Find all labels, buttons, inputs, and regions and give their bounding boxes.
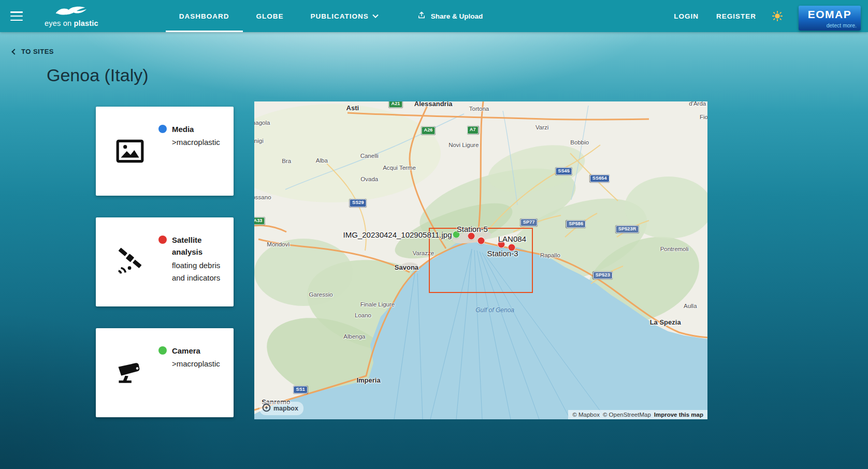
legend-dot (158, 346, 167, 355)
breadcrumb-label: TO SITES (21, 48, 54, 55)
card-title: Satellite analysis (158, 234, 227, 258)
tab-label: PUBLICATIONS (311, 12, 369, 20)
map-place-label: Albenga (343, 333, 365, 340)
road-shield-ss45: SS45 (555, 167, 572, 175)
card-subtitle: >macroplastic (172, 358, 227, 370)
road-shield-ss1: SS1 (293, 386, 308, 393)
map-place-label: Finale Ligure (360, 301, 395, 307)
mapbox-logo[interactable]: mapbox (259, 402, 303, 415)
map-edge-label: nagola (254, 120, 270, 126)
card-camera[interactable]: Camera>macroplastic (96, 328, 234, 417)
theme-sun-icon[interactable] (772, 10, 783, 22)
card-title-label: Satellite analysis (172, 234, 227, 258)
camera-icon (102, 336, 158, 409)
map-edge-label: d'Arda (689, 101, 706, 107)
road-shield-ss29: SS29 (350, 199, 367, 207)
osm-attribution-link[interactable]: © OpenStreetMap (603, 412, 651, 418)
eomap-logo[interactable]: EOMAP detect more. (799, 6, 861, 30)
map-place-label: Pontremoli (660, 246, 689, 252)
map-place-label: Canelli (360, 153, 379, 159)
mapbox-logo-icon (262, 403, 271, 414)
card-title-label: Camera (172, 345, 200, 357)
mapbox-attribution-link[interactable]: © Mapbox (572, 412, 600, 418)
card-media[interactable]: Media>macroplastic (96, 107, 234, 196)
tab-label: DASHBOARD (179, 12, 229, 20)
map-place-label: Novi Ligure (449, 142, 479, 148)
card-text: Camera>macroplastic (158, 336, 227, 409)
menu-icon[interactable] (10, 11, 23, 21)
chevron-left-icon (11, 49, 17, 54)
map-place-label: Mondovì (267, 241, 290, 247)
map-place-label: Aulla (684, 303, 697, 309)
road-shield-a33: A33 (254, 217, 265, 225)
tab-label: GLOBE (256, 12, 284, 20)
map-place-label: Garessio (309, 291, 333, 298)
map[interactable]: AstiAlessandriaTortonaVarziNovi LigureBo… (254, 101, 707, 419)
card-text: Media>macroplastic (158, 115, 227, 187)
share-upload-button[interactable]: Share & Upload (417, 11, 483, 22)
tab-dashboard[interactable]: DASHBOARD (166, 0, 243, 32)
card-subtitle: floating debris and indicators (172, 259, 227, 284)
map-place-label: Tortona (469, 106, 489, 112)
map-place-label: Rapallo (540, 252, 560, 258)
map-place-label: Varzi (536, 124, 548, 130)
map-place-label: Bobbio (570, 139, 589, 145)
marker-label: IMG_20230424_102905811.jpg (343, 230, 452, 239)
card-title: Media (158, 123, 227, 135)
map-edge-label: nigi (254, 138, 264, 144)
navbar-right: LOGINREGISTER EOMAP detect more. (674, 2, 861, 30)
road-shield-sp523r: SP523R (616, 225, 639, 233)
map-attribution: © Mapbox © OpenStreetMap Improve this ma… (568, 410, 707, 419)
link-register[interactable]: REGISTER (716, 12, 756, 20)
map-place-label: Savona (395, 263, 418, 271)
brand-logo[interactable]: eyes on plastic (45, 5, 98, 27)
road-shield-a21: A21 (388, 101, 402, 108)
map-edge-label: Fio (700, 114, 707, 120)
eomap-logo-text: EOMAP (803, 8, 857, 20)
nav-tabs: DASHBOARDGLOBEPUBLICATIONS (166, 0, 392, 32)
map-edge-label: ossano (254, 194, 271, 200)
road-shield-sp77: SP77 (520, 218, 538, 226)
satellite-icon (102, 226, 158, 298)
chevron-down-icon (372, 14, 379, 18)
legend-cards: Media>macroplasticSatellite analysisfloa… (96, 107, 234, 439)
map-place-label: Bra (282, 158, 291, 164)
marker-label: Station-3 (487, 248, 518, 257)
image-icon (102, 115, 158, 187)
link-login[interactable]: LOGIN (674, 12, 699, 20)
tab-publications[interactable]: PUBLICATIONS (297, 0, 392, 32)
road-shield-sp586: SP586 (566, 220, 586, 228)
marker-label: Station-5 (457, 224, 488, 233)
eomap-logo-tagline: detect more. (803, 22, 857, 28)
share-upload-label: Share & Upload (431, 12, 483, 20)
card-title-label: Media (172, 123, 194, 135)
back-to-sites-link[interactable]: TO SITES (12, 48, 54, 55)
water-label: Gulf of Genoa (475, 306, 514, 314)
satellite-marker[interactable] (478, 237, 485, 244)
upload-icon (417, 11, 426, 22)
legend-dot (158, 125, 167, 133)
card-satellite-analysis[interactable]: Satellite analysisfloating debris and in… (96, 217, 234, 306)
swallow-icon (54, 5, 89, 19)
marker-label: LAN084 (498, 234, 526, 243)
map-place-label: Acqui Terme (383, 165, 416, 171)
road-shield-sp523: SP523 (593, 271, 613, 279)
tab-globe[interactable]: GLOBE (243, 0, 297, 32)
map-place-label: Asti (346, 104, 359, 111)
brand-text: eyes on plastic (45, 19, 98, 27)
road-shield-a26: A26 (421, 127, 435, 135)
map-place-label: La Spezia (650, 318, 681, 326)
card-title: Camera (158, 345, 227, 357)
improve-map-link[interactable]: Improve this map (654, 412, 703, 418)
satellite-marker[interactable] (468, 232, 475, 239)
card-text: Satellite analysisfloating debris and in… (158, 226, 227, 298)
page-title: Genoa (Italy) (47, 65, 149, 85)
map-place-label: Alba (316, 157, 328, 164)
map-place-label: Alessandria (414, 101, 453, 108)
mapbox-logo-text: mapbox (273, 405, 298, 412)
card-subtitle: >macroplastic (172, 136, 227, 149)
legend-dot (158, 236, 167, 244)
auth-links: LOGINREGISTER (674, 12, 756, 20)
road-shield-ss654: SS654 (590, 175, 610, 183)
navbar: eyes on plastic DASHBOARDGLOBEPUBLICATIO… (0, 0, 868, 32)
